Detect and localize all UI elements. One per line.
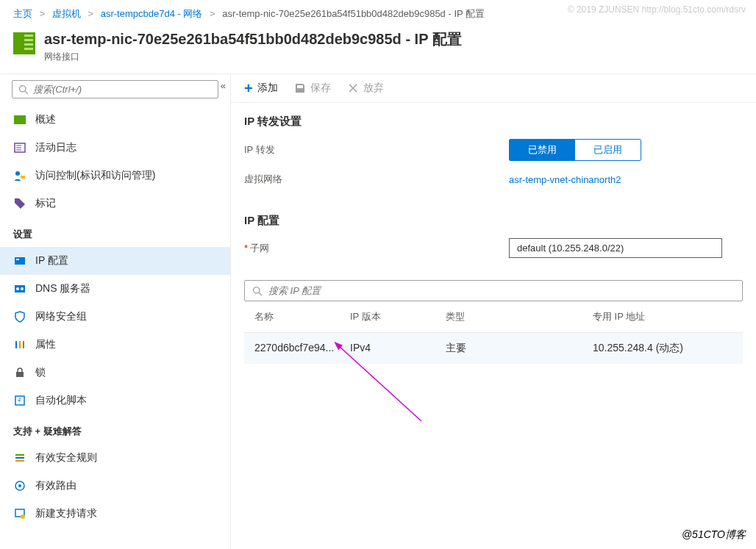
- sidebar-item-label: 锁: [35, 366, 46, 379]
- sidebar-item-label: 有效路由: [35, 479, 76, 492]
- subnet-label: *子网: [244, 242, 509, 255]
- page-subtitle: 网络接口: [44, 51, 462, 63]
- save-button: 保存: [294, 82, 331, 95]
- ip-forward-toggle[interactable]: 已禁用 已启用: [509, 139, 641, 161]
- sidebar-item-label: 自动化脚本: [35, 394, 87, 407]
- svg-rect-7: [15, 257, 25, 265]
- sidebar-item-tags[interactable]: 标记: [0, 190, 230, 218]
- vnet-link[interactable]: asr-temp-vnet-chinanorth2: [509, 174, 621, 185]
- breadcrumb-sep: >: [210, 8, 215, 19]
- toggle-disabled[interactable]: 已禁用: [510, 140, 575, 160]
- sidebar-item-label: 属性: [35, 338, 56, 351]
- sidebar-item-label: 有效安全规则: [35, 451, 97, 464]
- nic-icon: [13, 32, 35, 54]
- svg-rect-6: [21, 176, 25, 179]
- cell-type: 主要: [446, 342, 593, 355]
- discard-button: 放弃: [347, 82, 384, 95]
- toggle-enabled[interactable]: 已启用: [575, 140, 641, 160]
- breadcrumb-sep: >: [88, 8, 93, 19]
- cell-private-ip: 10.255.248.4 (动态): [593, 342, 732, 355]
- rules-icon: [13, 451, 26, 464]
- svg-point-11: [21, 287, 24, 290]
- search-icon: [252, 286, 263, 296]
- sidebar-item-label: 访问控制(标识和访问管理): [35, 169, 155, 182]
- sidebar-search[interactable]: [12, 80, 218, 98]
- access-control-icon: [13, 169, 26, 182]
- properties-icon: [13, 338, 26, 351]
- ip-config-search-input[interactable]: [268, 285, 735, 296]
- breadcrumb-home[interactable]: 主页: [13, 8, 32, 19]
- breadcrumb-sep: >: [40, 8, 46, 19]
- ip-config-heading: IP 配置: [244, 214, 743, 228]
- sidebar-item-effective-routes[interactable]: 有效路由: [0, 472, 230, 500]
- sidebar-item-activity-log[interactable]: 活动日志: [0, 134, 230, 162]
- sidebar-item-support-request[interactable]: 新建支持请求: [0, 500, 230, 528]
- col-name: 名称: [254, 310, 350, 323]
- svg-point-10: [16, 287, 19, 290]
- support-icon: [13, 507, 26, 520]
- plus-icon: +: [244, 83, 253, 93]
- sidebar-item-nsg[interactable]: 网络安全组: [0, 303, 230, 331]
- sidebar-section-settings: 设置: [0, 218, 230, 247]
- svg-point-21: [18, 484, 21, 487]
- shield-icon: [13, 310, 26, 323]
- svg-rect-8: [16, 259, 19, 260]
- cell-name: 2270d6bcf7e94...: [254, 342, 350, 355]
- tag-icon: [13, 197, 26, 210]
- breadcrumb-vm[interactable]: 虚拟机: [52, 8, 81, 19]
- sidebar-item-dns[interactable]: DNS 服务器: [0, 275, 230, 303]
- sidebar-item-ip-config[interactable]: IP 配置: [0, 247, 230, 275]
- svg-point-23: [21, 514, 25, 519]
- ip-config-icon: [13, 254, 26, 268]
- sidebar-item-locks[interactable]: 锁: [0, 359, 230, 387]
- activity-log-icon: [13, 141, 26, 154]
- subnet-select[interactable]: default (10.255.248.0/22): [509, 238, 722, 258]
- lock-icon: [13, 366, 26, 379]
- col-type: 类型: [446, 310, 593, 323]
- sidebar-item-automation[interactable]: 自动化脚本: [0, 387, 230, 415]
- cell-version: IPv4: [350, 342, 446, 355]
- sidebar-item-label: 活动日志: [35, 141, 76, 154]
- sidebar-item-overview[interactable]: 概述: [0, 106, 230, 134]
- sidebar-item-label: 新建支持请求: [35, 507, 97, 520]
- svg-rect-0: [14, 115, 26, 124]
- toolbar: + 添加 保存 放弃: [231, 74, 756, 103]
- add-button[interactable]: + 添加: [244, 82, 278, 95]
- collapse-icon[interactable]: «: [221, 80, 226, 91]
- sidebar-item-label: 概述: [35, 113, 56, 126]
- sidebar-item-label: 网络安全组: [35, 310, 87, 323]
- save-icon: [294, 82, 306, 94]
- search-icon: [18, 85, 29, 95]
- routes-icon: [13, 479, 26, 492]
- content-pane: + 添加 保存 放弃 IP 转发设置 IP 转发 已禁用 已启用: [231, 74, 756, 549]
- col-version: IP 版本: [350, 310, 446, 323]
- page-title: asr-temp-nic-70e25e261ba54f51bb0d482deb9…: [44, 29, 462, 49]
- script-icon: [13, 394, 26, 407]
- page-header: asr-temp-nic-70e25e261ba54f51bb0d482deb9…: [0, 26, 756, 73]
- sidebar-item-label: IP 配置: [35, 254, 68, 268]
- discard-icon: [347, 82, 359, 94]
- svg-rect-15: [16, 372, 24, 377]
- ip-forward-heading: IP 转发设置: [244, 115, 743, 129]
- ip-forward-label: IP 转发: [244, 143, 509, 157]
- vnet-label: 虚拟网络: [244, 173, 509, 186]
- sidebar-item-access-control[interactable]: 访问控制(标识和访问管理): [0, 162, 230, 190]
- overview-icon: [13, 113, 26, 126]
- table-header: 名称 IP 版本 类型 专用 IP 地址: [244, 301, 743, 333]
- dns-icon: [13, 282, 26, 295]
- sidebar-section-support: 支持 + 疑难解答: [0, 415, 230, 444]
- watermark-top: © 2019 ZJUNSEN http://blog.51cto.com/rds…: [568, 4, 746, 15]
- breadcrumb-resource[interactable]: asr-tempcbde7d4 - 网络: [101, 8, 203, 19]
- sidebar: « 概述 活动日志 访问控制(标识和访问管理) 标记 设置 IP 配置 D: [0, 74, 231, 549]
- ip-config-search[interactable]: [244, 280, 743, 301]
- col-private-ip: 专用 IP 地址: [593, 310, 732, 323]
- sidebar-item-label: DNS 服务器: [35, 282, 90, 295]
- watermark-bottom: @51CTO博客: [682, 528, 746, 542]
- breadcrumb-current: asr-temp-nic-70e25e261ba54f51bb0d482deb9…: [222, 8, 485, 19]
- ip-config-table: 名称 IP 版本 类型 专用 IP 地址 2270d6bcf7e94... IP…: [244, 301, 743, 364]
- table-row[interactable]: 2270d6bcf7e94... IPv4 主要 10.255.248.4 (动…: [244, 333, 743, 364]
- svg-point-5: [15, 171, 20, 176]
- sidebar-item-properties[interactable]: 属性: [0, 331, 230, 359]
- sidebar-search-input[interactable]: [33, 84, 212, 95]
- sidebar-item-effective-rules[interactable]: 有效安全规则: [0, 444, 230, 472]
